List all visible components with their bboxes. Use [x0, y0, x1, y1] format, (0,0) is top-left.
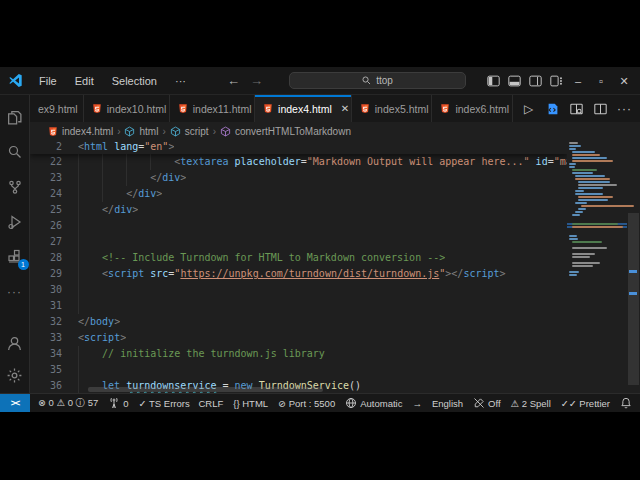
tab-index10-html[interactable]: index10.html [84, 95, 170, 122]
vertical-scrollbar[interactable] [627, 140, 640, 393]
line-number: 2 [30, 140, 78, 154]
horizontal-scrollbar-thumb[interactable] [88, 387, 323, 392]
minimap-line [567, 178, 627, 180]
line-content [78, 218, 102, 234]
status-translate-arrow[interactable]: → [412, 398, 422, 409]
minimap-line [567, 268, 627, 270]
remote-indicator[interactable]: >< [0, 394, 30, 413]
code-line-32[interactable]: 32</body> [30, 314, 567, 330]
breadcrumb-item-script[interactable]: script [170, 126, 209, 137]
toggle-secondary-sidebar-icon[interactable] [528, 74, 542, 88]
activity-source-control-icon[interactable] [5, 177, 25, 197]
status-ts-errors[interactable]: ✓ TS Errors [139, 398, 190, 409]
toggle-sidebar-icon[interactable] [486, 74, 500, 88]
nav-forward-button[interactable]: → [250, 73, 263, 88]
split-editor-icon[interactable] [593, 101, 608, 116]
activity-search-icon[interactable] [5, 142, 25, 162]
code-line-24[interactable]: 24</div> [30, 186, 567, 202]
minimap-line [567, 238, 627, 240]
maximize-button[interactable]: ▫ [593, 75, 609, 87]
run-icon[interactable]: ▷ [521, 101, 536, 116]
code-editor[interactable]: 22<textarea placeholder="Markdown Output… [30, 140, 640, 393]
minimize-button[interactable]: – [570, 75, 586, 87]
tab-close-icon[interactable]: ✕ [341, 103, 349, 114]
tab-index5-html[interactable]: index5.html [352, 95, 433, 122]
line-content [78, 234, 102, 250]
line-content: <textarea placeholder="Markdown Output w… [78, 154, 567, 170]
code-line-22[interactable]: 22<textarea placeholder="Markdown Output… [30, 154, 567, 170]
code-line-31[interactable]: 31 [30, 298, 567, 314]
status-toggle-off[interactable]: Off [473, 397, 501, 409]
line-number: 29 [30, 266, 78, 282]
status-forwarded-ports[interactable]: 0 [108, 397, 128, 409]
status-problems[interactable]: ⊗ 0 ⚠ 0 ⓘ 57 [38, 397, 98, 410]
status-prettier[interactable]: ✓✓ Prettier [561, 398, 610, 409]
tab-index6-html[interactable]: index6.html [432, 95, 513, 122]
toggle-panel-icon[interactable] [507, 74, 521, 88]
breadcrumb-item-converthtmltomarkdown[interactable]: convertHTMLToMarkdown [220, 126, 351, 137]
breadcrumb-label: convertHTMLToMarkdown [235, 126, 351, 137]
nav-back-button[interactable]: ← [227, 73, 240, 88]
minimap-line [567, 145, 627, 147]
command-center-search[interactable]: ttop [289, 72, 466, 89]
tab-label: index5.html [375, 103, 429, 115]
activity-extensions-icon[interactable]: 1 [5, 247, 25, 267]
menu-[interactable]: ··· [168, 73, 193, 89]
minimap-line [567, 262, 627, 264]
code-line-25[interactable]: 25</div> [30, 202, 567, 218]
tab-index4-html[interactable]: index4.html✕ [255, 95, 352, 122]
code-line-35[interactable]: 35 [30, 362, 567, 378]
activity-account-icon[interactable] [5, 333, 25, 353]
minimap-line [567, 232, 627, 234]
status-translate-arrow-label: → [412, 398, 422, 409]
window-actions: – ▫ ✕ [486, 67, 640, 95]
status-translate-source-label: Automatic [360, 398, 402, 409]
vscode-window: FileEditSelection··· ← → ttop [0, 67, 640, 412]
breadcrumb-item-index4.html[interactable]: index4.html [48, 126, 113, 137]
slash-off-icon [473, 397, 485, 409]
minimap-line [567, 160, 627, 162]
vertical-scrollbar-thumb[interactable] [628, 213, 639, 385]
code-line-28[interactable]: 28<!-- Include Turndown for HTML to Mark… [30, 250, 567, 266]
status-spell-checker[interactable]: ⚠ 2 Spell [511, 398, 551, 409]
tab-ex9-html[interactable]: ex9.html [30, 95, 84, 122]
activity-run-debug-icon[interactable] [5, 212, 25, 232]
code-line-2[interactable]: 2<html lang="en"> [30, 140, 567, 154]
code-line-33[interactable]: 33<script> [30, 330, 567, 346]
globe-icon [345, 397, 357, 409]
minimap-line [567, 184, 627, 186]
code-line-30[interactable]: 30 [30, 282, 567, 298]
code-line-29[interactable]: 29<script src="https://unpkg.com/turndow… [30, 266, 567, 282]
status-translate-target[interactable]: English [432, 398, 463, 409]
breadcrumb-item-html[interactable]: html [124, 126, 158, 137]
sticky-scroll-line[interactable]: 2<html lang="en"> [30, 140, 567, 154]
code-line-34[interactable]: 34// initialize the turndown.js library [30, 346, 567, 362]
activity-more-icon[interactable]: ··· [5, 282, 25, 302]
menu-file[interactable]: File [32, 73, 64, 89]
minimap-line [567, 172, 627, 174]
customize-layout-icon[interactable] [549, 74, 563, 88]
status-live-server-port[interactable]: ⊘ Port : 5500 [278, 398, 335, 409]
menu-edit[interactable]: Edit [68, 73, 101, 89]
status-bar-left: ⊗ 0 ⚠ 0 ⓘ 570✓ TS Errors [38, 397, 190, 410]
minimap-line [567, 244, 627, 246]
status-translate-source[interactable]: Automatic [345, 397, 402, 409]
more-actions-icon[interactable]: ··· [617, 101, 632, 116]
activity-explorer-icon[interactable] [5, 107, 25, 127]
line-content: </body> [78, 314, 120, 330]
minimap[interactable] [567, 140, 627, 393]
status-notifications[interactable] [620, 397, 632, 409]
open-preview-icon[interactable] [569, 101, 584, 116]
activity-settings-icon[interactable] [5, 365, 25, 385]
menu-selection[interactable]: Selection [105, 73, 164, 89]
close-button[interactable]: ✕ [616, 75, 632, 88]
minimap-line [567, 169, 627, 171]
status-language-mode[interactable]: {} HTML [233, 398, 268, 409]
code-line-27[interactable]: 27 [30, 234, 567, 250]
live-preview-icon[interactable] [545, 101, 560, 116]
status-eol-selector[interactable]: CRLF [198, 398, 223, 409]
status-live-server-port-label: ⊘ Port : 5500 [278, 398, 335, 409]
code-line-23[interactable]: 23</div> [30, 170, 567, 186]
code-line-26[interactable]: 26 [30, 218, 567, 234]
tab-index11-html[interactable]: index11.html [170, 95, 255, 122]
